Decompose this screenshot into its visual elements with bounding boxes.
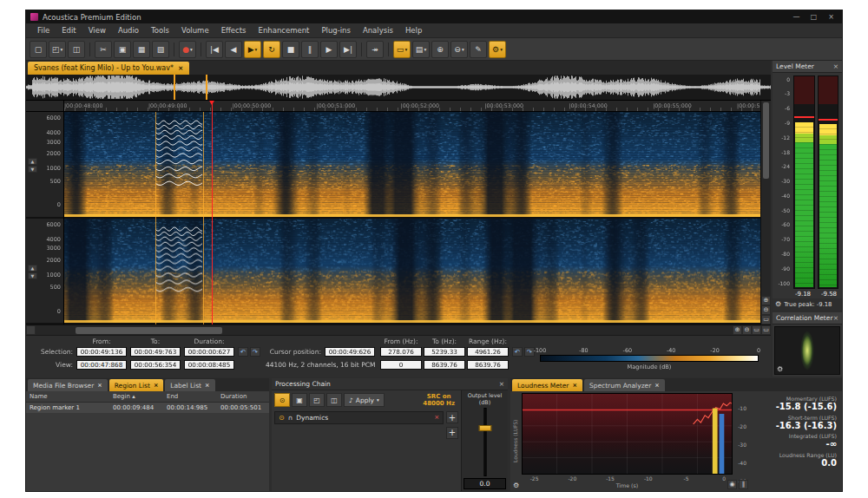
level-meter-close-icon[interactable]: × <box>833 62 838 70</box>
level-meter-settings-icon[interactable]: ⚙ <box>775 300 781 308</box>
go-to-start-button[interactable]: |◀ <box>206 41 223 58</box>
chain-item-dynamics[interactable]: ⊙ ∩ Dynamics × <box>274 411 444 424</box>
tab-region-list[interactable]: Region List× <box>109 379 164 391</box>
loop-playback-button[interactable]: ↻ <box>263 41 280 58</box>
loudness-reset-button[interactable]: ◉ <box>727 480 737 489</box>
play-range-button[interactable]: ↠ <box>366 41 384 58</box>
loudness-settings-icon[interactable]: ⚙ <box>513 482 519 489</box>
menu-item-plugins[interactable]: Plug-ins <box>315 24 357 36</box>
channel-1-spin-up-button[interactable]: ▲ <box>28 158 37 165</box>
cursor-position-field[interactable]: 00:00:49:626 <box>325 347 375 357</box>
output-level-slider[interactable] <box>464 406 506 478</box>
open-file-button[interactable]: ◰▾ <box>49 41 66 58</box>
view-region-end-marker[interactable] <box>206 75 207 100</box>
correlation-meter-close-icon[interactable]: × <box>833 314 838 322</box>
chain-power-button[interactable]: ⊙ <box>274 393 290 407</box>
apply-button[interactable]: ♪ Apply ▾ <box>344 393 385 407</box>
save-button[interactable]: ◫ <box>68 41 85 58</box>
menu-item-analysis[interactable]: Analysis <box>357 24 399 36</box>
selection-to-field[interactable]: 00:00:49:763 <box>130 347 181 357</box>
add-effect-button-2[interactable]: + <box>446 427 458 439</box>
column-header-name[interactable]: Name <box>26 393 109 400</box>
frequency-undo-button[interactable]: ↶ <box>512 347 523 357</box>
column-header-duration[interactable]: Duration <box>217 393 269 400</box>
tab-label-list[interactable]: Label List× <box>165 379 214 391</box>
selection-range-hz-field[interactable]: 4961.26 <box>467 347 509 357</box>
selection-undo-button[interactable]: ↶ <box>238 347 248 357</box>
column-header-begin[interactable]: Begin ▴ <box>109 393 163 400</box>
vertical-scrollbar[interactable]: ⊕ ⊖ ▭ <box>760 101 771 324</box>
close-tab-icon[interactable]: × <box>154 382 158 389</box>
chain-load-button[interactable]: ◰ <box>309 393 325 407</box>
menu-item-file[interactable]: File <box>31 24 56 36</box>
go-to-end-button[interactable]: ▶| <box>339 41 357 58</box>
view-to-hz-field[interactable]: 8639.76 <box>424 360 465 370</box>
region-list-body[interactable] <box>26 413 269 491</box>
headphones-icon[interactable]: ∩ <box>288 414 293 422</box>
correlation-meter-settings-icon[interactable]: ⚙ <box>777 365 783 373</box>
selection-from-field[interactable]: 00:00:49:136 <box>76 347 127 357</box>
close-tab-icon[interactable]: × <box>205 382 209 389</box>
spectrogram-channel-1-canvas[interactable] <box>64 112 760 217</box>
time-ruler[interactable]: |00:00:48:000|00:00:49:000|00:00:50:000|… <box>64 101 760 112</box>
selection-to-hz-field[interactable]: 5239.33 <box>424 347 465 357</box>
scroll-corner-button[interactable] <box>26 325 36 335</box>
chain-preset-button[interactable]: ▣ <box>292 393 307 407</box>
menu-item-audio[interactable]: Audio <box>112 24 145 36</box>
horizontal-scrollbar-thumb[interactable] <box>76 327 222 334</box>
loudness-pause-button[interactable]: ‖ <box>739 480 748 489</box>
zoom-in-button[interactable]: ⊕ <box>431 41 449 58</box>
menu-item-effects[interactable]: Effects <box>215 24 253 36</box>
channel-1-spin-down-button[interactable]: ▼ <box>28 166 37 173</box>
view-range-hz-field[interactable]: 8639.76 <box>467 360 509 370</box>
next-marker-button[interactable]: ▶ <box>320 41 338 58</box>
playback-cursor[interactable] <box>212 101 213 324</box>
selection-tool-button[interactable]: ▭▾ <box>393 41 411 58</box>
overview-waveform[interactable] <box>26 75 771 101</box>
display-mode-button[interactable]: ▤▾ <box>412 41 430 58</box>
tab-spectrum-analyzer[interactable]: Spectrum Analyzer× <box>584 379 665 391</box>
magnitude-gradient-bar[interactable] <box>540 355 759 362</box>
zoom-full-button[interactable]: ▭ <box>761 325 771 335</box>
pencil-tool-button[interactable]: ✎ <box>470 41 487 58</box>
effect-power-icon[interactable]: ⊙ <box>279 414 285 422</box>
selection-redo-button[interactable]: ↷ <box>250 347 260 357</box>
zoom-out-button[interactable]: ⊖▾ <box>450 41 468 58</box>
add-effect-button[interactable]: + <box>446 411 458 423</box>
pause-button[interactable]: ‖ <box>301 41 319 58</box>
selection-duration-field[interactable]: 00:00:00:627 <box>184 347 234 357</box>
play-button[interactable]: ▶▾ <box>244 41 261 58</box>
record-button[interactable]: ●▾ <box>179 41 196 58</box>
playback-cursor-head[interactable] <box>209 101 214 105</box>
menu-item-tools[interactable]: Tools <box>145 24 175 36</box>
column-header-end[interactable]: End <box>163 393 217 400</box>
channel-2-spin-down-button[interactable]: ▼ <box>28 272 37 279</box>
loudness-plot[interactable] <box>522 393 733 475</box>
close-tab-icon[interactable]: × <box>178 64 183 72</box>
overview-waveform-canvas[interactable] <box>26 75 771 100</box>
selection-from-hz-field[interactable]: 278.076 <box>380 347 422 357</box>
spectrogram-channel-2[interactable] <box>64 219 760 325</box>
horizontal-scrollbar[interactable] <box>36 325 733 335</box>
cut-button[interactable]: ✂ <box>95 41 112 58</box>
menu-item-view[interactable]: View <box>82 24 112 36</box>
tab-loudness-meter[interactable]: Loudness Meter× <box>512 379 582 391</box>
processing-chain-close-icon[interactable]: × <box>499 380 504 388</box>
region-list-row[interactable]: Region marker 100:00:09:48400:00:14:9850… <box>26 403 269 413</box>
menu-item-enhancement[interactable]: Enhancement <box>253 24 316 36</box>
slider-handle[interactable] <box>478 425 491 431</box>
copy-button[interactable]: ▣ <box>114 41 131 58</box>
trim-button[interactable]: ▧ <box>152 41 169 58</box>
menu-item-volume[interactable]: Volume <box>175 24 215 36</box>
close-tab-icon[interactable]: × <box>97 382 102 389</box>
paste-button[interactable]: ▦ <box>133 41 150 58</box>
view-from-field[interactable]: 00:00:47:868 <box>76 360 127 370</box>
menu-item-edit[interactable]: Edit <box>56 24 82 36</box>
menu-item-help[interactable]: Help <box>399 24 428 36</box>
remove-effect-icon[interactable]: × <box>434 414 439 421</box>
view-to-field[interactable]: 00:00:56:354 <box>130 360 181 370</box>
zoom-out-vertical-button[interactable]: ⊖ <box>761 305 771 315</box>
minimize-button[interactable]: — <box>790 13 803 21</box>
chain-save-button[interactable]: ◫ <box>326 393 342 407</box>
close-tab-icon[interactable]: × <box>572 382 576 389</box>
